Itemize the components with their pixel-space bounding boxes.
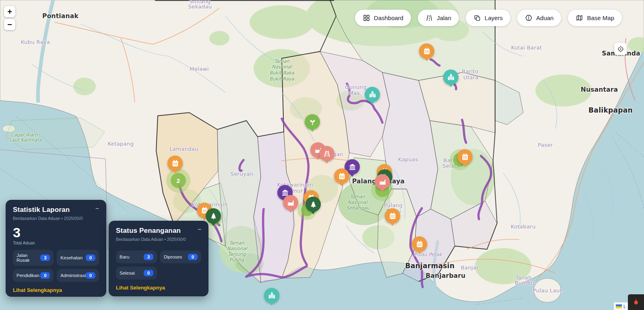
flame-icon [632, 297, 640, 308]
status-collapse-button[interactable]: − [198, 227, 201, 232]
sprout-marker[interactable] [305, 114, 320, 129]
attribution-text: L [623, 304, 626, 309]
sprout-icon [309, 118, 316, 126]
calendar-icon [389, 212, 396, 220]
ukraine-flag-icon [616, 304, 622, 308]
calendar-icon [338, 172, 346, 180]
hospital-marker[interactable] [443, 70, 458, 85]
locate-icon [617, 45, 624, 53]
stat-chip-label: Administrasi [60, 273, 86, 278]
stat-chip-administrasi[interactable]: Administrasi 0 [57, 269, 99, 282]
calendar-marker[interactable] [412, 236, 427, 252]
stat-chip-badge: 0 [86, 255, 95, 261]
statistik-laporan-panel: Statistik Laporan − Berdasarkan Data Adu… [6, 200, 106, 297]
status-see-more-link[interactable]: Lihat Selengkapnya [116, 285, 201, 291]
stat-chip-pendidikan[interactable]: Pendidikan 0 [13, 269, 54, 282]
calendar-marker[interactable] [419, 43, 434, 59]
calendar-marker[interactable] [167, 156, 183, 171]
stat-chip-kesehatan[interactable]: Kesehatan 0 [57, 250, 99, 266]
stat-chip-badge: 0 [86, 272, 95, 279]
statistik-panel-subtitle: Berdasarkan Data Aduan • 2025/00/0 [13, 216, 99, 221]
jalan-button[interactable]: Jalan [418, 10, 459, 26]
basemap-button[interactable]: Base Map [568, 10, 622, 26]
calendar-marker[interactable] [334, 168, 349, 184]
hospital-marker[interactable] [264, 288, 279, 303]
jalan-button-label: Jalan [437, 14, 451, 21]
stat-chip-label: Jalan Rusak [17, 253, 40, 263]
aduan-button-label: Aduan [536, 14, 553, 21]
status-chip-diproses[interactable]: Diproses 0 [160, 250, 201, 263]
hospital-icon [268, 292, 276, 300]
calendar-marker[interactable] [457, 149, 473, 164]
statistik-collapse-button[interactable]: − [95, 206, 99, 211]
calendar-marker[interactable] [385, 208, 400, 224]
status-chip-label: Baru [120, 255, 129, 259]
bank-icon [349, 163, 356, 171]
hospital-icon [369, 91, 376, 99]
status-chip-selesai[interactable]: Selesai 0 [116, 267, 157, 279]
map-attribution: L [614, 302, 628, 310]
status-chip-label: Diproses [164, 255, 182, 259]
calendar-icon [461, 153, 469, 161]
map-icon [576, 14, 583, 22]
status-chip-label: Selesai [120, 271, 135, 275]
statistik-panel-title: Statistik Laporan [13, 206, 70, 214]
hospital-icon [447, 74, 455, 81]
grid-icon [363, 14, 370, 22]
aduan-button[interactable]: Aduan [517, 10, 561, 26]
road-marker[interactable] [319, 146, 334, 161]
stat-chip-label: Pendidikan [17, 273, 39, 278]
calendar-icon [416, 240, 423, 248]
tree-marker[interactable] [206, 208, 221, 224]
total-aduan-value: 3 [13, 226, 99, 239]
status-chip-badge: 3 [144, 254, 153, 260]
factory-icon [379, 178, 386, 186]
calendar-icon [423, 47, 431, 55]
zoom-in-button[interactable]: + [4, 6, 15, 17]
dashboard-button[interactable]: Dashboard [355, 10, 411, 26]
calendar-icon [171, 160, 179, 167]
status-penanganan-panel: Status Penanganan − Berdasarkan Data Adu… [109, 221, 208, 296]
locate-button[interactable] [614, 43, 627, 55]
stat-chip-badge: 0 [40, 272, 50, 279]
status-chip-badge: 0 [188, 254, 198, 260]
alert-circle-icon [525, 14, 533, 22]
tree-marker[interactable] [305, 197, 321, 212]
layers-button[interactable]: Layers [466, 10, 510, 26]
tree-icon [210, 212, 217, 220]
statistik-see-more-link[interactable]: Lihat Selengkapnya [13, 287, 99, 293]
hospital-marker[interactable] [365, 87, 380, 102]
nav-button-bar: Dashboard Jalan Layers Aduan Base Map [355, 10, 622, 26]
basemap-button-label: Base Map [587, 14, 614, 21]
dashboard-button-label: Dashboard [374, 14, 403, 21]
zoom-control: + − [4, 6, 15, 30]
status-panel-title: Status Penanganan [116, 227, 181, 235]
factory-icon [287, 199, 295, 207]
layers-icon [473, 14, 481, 22]
road-icon [425, 14, 433, 22]
stat-chip-badge: 3 [40, 255, 50, 261]
stat-chip-label: Kesehatan [60, 255, 83, 260]
status-chip-baru[interactable]: Baru 3 [116, 250, 157, 263]
total-aduan-label: Total Aduan [13, 240, 99, 245]
zoom-out-button[interactable]: − [4, 19, 15, 30]
status-chip-badge: 0 [144, 270, 153, 276]
road-icon [323, 150, 331, 158]
tree-icon [310, 201, 317, 208]
status-panel-subtitle: Berdasarkan Data Aduan • 2025/00/0 [116, 237, 201, 242]
factory-marker[interactable] [375, 174, 390, 189]
stat-chip-jalan-rusak[interactable]: Jalan Rusak 3 [13, 250, 54, 266]
factory-marker[interactable] [283, 195, 298, 210]
layers-button-label: Layers [485, 14, 503, 21]
debugbar-flame-button[interactable] [628, 294, 644, 310]
